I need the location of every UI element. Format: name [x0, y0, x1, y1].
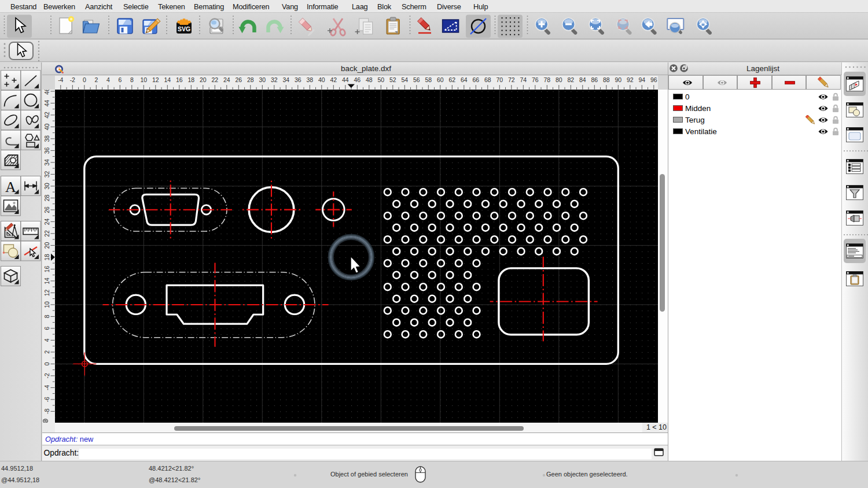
svg-text:30: 30 — [43, 183, 50, 190]
svg-text:44: 44 — [43, 99, 50, 106]
svg-text:70: 70 — [496, 76, 503, 83]
svg-text:26: 26 — [43, 206, 50, 213]
svg-text:2: 2 — [43, 350, 50, 354]
svg-text:22: 22 — [211, 76, 218, 83]
svg-text:20: 20 — [43, 242, 50, 249]
svg-text:16: 16 — [43, 265, 50, 272]
svg-text:80: 80 — [556, 76, 562, 83]
svg-text:50: 50 — [377, 76, 384, 83]
svg-text:A: A — [5, 179, 16, 195]
svg-text:-4: -4 — [58, 76, 63, 83]
svg-text:38: 38 — [306, 76, 313, 83]
svg-text:8: 8 — [43, 315, 50, 318]
svg-text:36: 36 — [295, 76, 301, 83]
svg-text:-8: -8 — [43, 409, 50, 414]
svg-text:6: 6 — [43, 327, 50, 330]
svg-text:92: 92 — [627, 76, 634, 83]
svg-text:52: 52 — [389, 76, 396, 83]
svg-text:46: 46 — [43, 90, 50, 95]
svg-text:40: 40 — [43, 123, 50, 130]
svg-text:94: 94 — [638, 76, 645, 83]
svg-text:6: 6 — [118, 76, 122, 83]
svg-text:34: 34 — [43, 159, 50, 166]
svg-text:22: 22 — [43, 230, 50, 237]
svg-text:76: 76 — [532, 76, 539, 83]
svg-text:30: 30 — [259, 76, 266, 83]
svg-text:18: 18 — [187, 76, 194, 83]
svg-text:0: 0 — [83, 76, 86, 83]
svg-text:SVG: SVG — [178, 25, 190, 32]
svg-text:-6: -6 — [43, 397, 50, 402]
svg-text:40: 40 — [318, 76, 325, 83]
svg-text:26: 26 — [235, 76, 242, 83]
svg-text:72: 72 — [508, 76, 515, 83]
svg-text:-2: -2 — [43, 373, 50, 378]
svg-text:68: 68 — [484, 76, 491, 83]
svg-text:56: 56 — [413, 76, 420, 83]
svg-text:24: 24 — [223, 76, 230, 83]
svg-text:78: 78 — [543, 76, 550, 83]
svg-text:60: 60 — [437, 76, 444, 83]
svg-text:8: 8 — [130, 76, 134, 83]
svg-text:36: 36 — [43, 147, 50, 154]
svg-text:32: 32 — [271, 76, 278, 83]
svg-text:-4: -4 — [43, 385, 50, 390]
svg-text:38: 38 — [43, 135, 50, 142]
svg-text:58: 58 — [425, 76, 432, 83]
svg-text:10: 10 — [140, 76, 147, 83]
svg-text:42: 42 — [43, 112, 50, 119]
svg-text:90: 90 — [615, 76, 621, 83]
svg-text:34: 34 — [282, 76, 289, 83]
svg-text:64: 64 — [461, 76, 468, 83]
svg-text:82: 82 — [567, 76, 574, 83]
svg-text:42: 42 — [330, 76, 337, 83]
svg-text:4: 4 — [106, 76, 110, 83]
svg-text:74: 74 — [520, 76, 527, 83]
svg-text:14: 14 — [164, 76, 171, 83]
svg-text:66: 66 — [472, 76, 479, 83]
svg-text:44: 44 — [342, 76, 349, 83]
svg-text:-2: -2 — [70, 76, 75, 83]
svg-text:96: 96 — [650, 76, 657, 83]
svg-text:86: 86 — [591, 76, 598, 83]
svg-text:16: 16 — [176, 76, 183, 83]
svg-text:20: 20 — [200, 76, 207, 83]
svg-text:46: 46 — [354, 76, 361, 83]
svg-text:12: 12 — [152, 76, 159, 83]
svg-text:54: 54 — [401, 76, 408, 83]
svg-text:24: 24 — [43, 218, 50, 225]
svg-text:10: 10 — [43, 301, 50, 308]
svg-text:48: 48 — [366, 76, 373, 83]
svg-text:32: 32 — [43, 171, 50, 178]
svg-text:0: 0 — [43, 362, 50, 365]
svg-text:14: 14 — [43, 278, 50, 284]
svg-text:18: 18 — [43, 254, 50, 261]
svg-text:12: 12 — [43, 289, 50, 296]
svg-text:2: 2 — [94, 76, 98, 83]
svg-text:28: 28 — [43, 194, 50, 201]
svg-text:62: 62 — [448, 76, 455, 83]
svg-text:88: 88 — [603, 76, 610, 83]
svg-text:4: 4 — [43, 338, 50, 342]
svg-text:84: 84 — [579, 76, 586, 83]
svg-text:28: 28 — [247, 76, 254, 83]
